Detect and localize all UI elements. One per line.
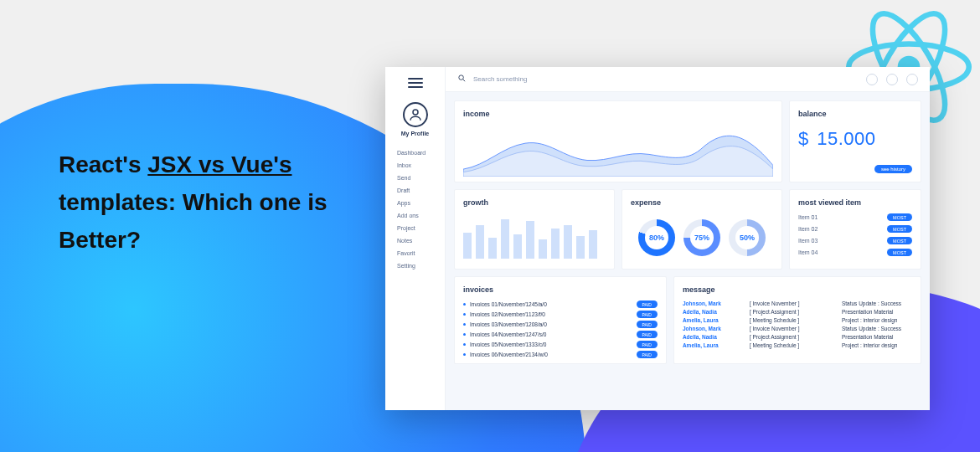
currency-symbol: $ (798, 128, 808, 150)
topbar-action-3[interactable] (906, 74, 918, 85)
expense-title: expense (631, 198, 773, 207)
main-area: Search something income balance (446, 67, 930, 410)
expense-donuts: 80%75%50% (631, 213, 773, 262)
sidebar-item-notes[interactable]: Notes (389, 234, 441, 247)
invoice-status-button[interactable]: PAID (637, 311, 658, 318)
message-row[interactable]: Adella, Nadia[ Project Assigment ]Presen… (683, 309, 912, 315)
sidebar-item-draft[interactable]: Draft (389, 184, 441, 197)
invoice-row[interactable]: Invoices 05/November/1333/c/0PAID (463, 341, 658, 348)
mvi-button[interactable]: MOST (887, 237, 912, 244)
mvi-label: Item 04 (798, 249, 818, 255)
invoice-status-button[interactable]: PAID (637, 341, 658, 348)
hamburger-icon[interactable] (408, 75, 423, 90)
message-sender: Johnson, Mark (683, 300, 741, 306)
sidebar-item-dashboard[interactable]: Dashboard (389, 146, 441, 159)
invoice-text: Invoices 03/November/1208/a/0 (470, 321, 547, 327)
avatar[interactable] (403, 102, 428, 127)
mvi-label: Item 02 (798, 226, 818, 232)
mvi-label: Item 01 (798, 214, 818, 220)
expense-card: expense 80%75%50% (622, 189, 782, 270)
invoice-text: Invoices 02/November/1123/f/0 (470, 311, 545, 317)
message-subject: [ Meeting Schedule ] (750, 317, 833, 323)
search-icon[interactable] (457, 74, 467, 85)
invoice-row[interactable]: Invoices 06/November/2134/w/0PAID (463, 351, 658, 358)
growth-bar (463, 233, 472, 259)
message-sender: Johnson, Mark (683, 326, 741, 331)
profile-label: My Profile (401, 131, 429, 136)
content: income balance $ 15.000 see history (446, 92, 930, 410)
topbar-action-1[interactable] (866, 74, 878, 85)
message-row[interactable]: Johnson, Mark[ Invoice November ]Status … (683, 326, 912, 331)
growth-bar (526, 221, 534, 259)
invoice-row[interactable]: Invoices 01/November/1245/a/0PAID (463, 300, 658, 308)
messages-title: message (683, 285, 912, 294)
invoice-text: Invoices 01/November/1245/a/0 (470, 301, 547, 307)
most-viewed-card: most viewed item Item 01MOSTItem 02MOSTI… (789, 189, 921, 270)
donut-value: 50% (735, 226, 759, 249)
growth-bar (476, 225, 484, 259)
mvi-row: Item 02MOST (798, 225, 912, 233)
invoice-status-button[interactable]: PAID (637, 351, 658, 358)
message-row[interactable]: Adella, Nadia[ Project Assigment ]Presen… (683, 334, 912, 340)
mvi-row: Item 04MOST (798, 249, 912, 256)
message-body: Status Update : Success (842, 326, 901, 331)
invoice-row[interactable]: Invoices 04/November/1247/s/0PAID (463, 331, 658, 338)
search-input[interactable]: Search something (473, 75, 859, 83)
invoice-status-button[interactable]: PAID (637, 300, 658, 308)
message-body: Project : interior design (842, 342, 897, 348)
expense-donut: 75% (683, 219, 720, 256)
growth-title: growth (463, 198, 606, 207)
mvi-button[interactable]: MOST (887, 249, 912, 256)
sidebar-item-add-ons[interactable]: Add ons (389, 209, 441, 222)
invoice-row[interactable]: Invoices 03/November/1208/a/0PAID (463, 321, 658, 328)
invoice-row[interactable]: Invoices 02/November/1123/f/0PAID (463, 311, 658, 318)
growth-bar (589, 230, 597, 259)
invoice-status-button[interactable]: PAID (637, 321, 658, 328)
sidebar-item-send[interactable]: Send (389, 172, 441, 184)
income-title: income (463, 110, 773, 118)
sidebar-item-setting[interactable]: Setting (389, 259, 441, 272)
message-subject: [ Invoice November ] (750, 300, 833, 306)
growth-bar (539, 239, 547, 259)
balance-title: balance (798, 110, 912, 118)
sidebar-item-apps[interactable]: Apps (389, 197, 441, 209)
sidebar: My Profile DashboardInboxSendDraftAppsAd… (385, 67, 446, 410)
invoice-text: Invoices 04/November/1247/s/0 (470, 331, 546, 337)
bullet-icon (463, 343, 466, 346)
balance-card: balance $ 15.000 see history (789, 100, 921, 182)
message-sender: Adella, Nadia (683, 309, 741, 315)
headline-part2: templates: Which one is Better? (59, 189, 328, 253)
growth-bar (488, 238, 497, 259)
income-card: income (454, 100, 782, 182)
message-subject: [ Project Assigment ] (750, 334, 833, 340)
mvi-row: Item 01MOST (798, 213, 912, 221)
sidebar-item-favorit[interactable]: Favorit (389, 247, 441, 259)
message-row[interactable]: Amelia, Laura[ Meeting Schedule ]Project… (683, 342, 912, 348)
sidebar-item-inbox[interactable]: Inbox (389, 159, 441, 172)
message-body: Presentation Material (842, 309, 893, 315)
nav-list: DashboardInboxSendDraftAppsAdd onsProjec… (389, 146, 441, 272)
message-body: Status Update : Success (842, 300, 901, 306)
message-body: Project : interior design (842, 317, 897, 323)
sidebar-item-project[interactable]: Project (389, 222, 441, 234)
message-subject: [ Project Assigment ] (750, 309, 833, 315)
invoice-status-button[interactable]: PAID (637, 331, 658, 338)
mvi-button[interactable]: MOST (887, 213, 912, 221)
message-sender: Amelia, Laura (683, 342, 741, 348)
growth-bar (501, 219, 509, 259)
topbar-action-2[interactable] (886, 74, 898, 85)
growth-bar (576, 236, 585, 259)
mvi-title: most viewed item (798, 198, 912, 207)
message-subject: [ Meeting Schedule ] (750, 342, 833, 348)
mvi-button[interactable]: MOST (887, 225, 912, 233)
income-chart (463, 125, 773, 177)
message-sender: Amelia, Laura (683, 317, 741, 323)
message-row[interactable]: Amelia, Laura[ Meeting Schedule ]Project… (683, 317, 912, 323)
bullet-icon (463, 333, 466, 336)
message-row[interactable]: Johnson, Mark[ Invoice November ]Status … (683, 300, 912, 306)
donut-value: 75% (690, 226, 714, 249)
see-history-button[interactable]: see history (874, 165, 912, 173)
messages-card: message Johnson, Mark[ Invoice November … (673, 276, 921, 364)
headline: React's JSX vs Vue's templates: Which on… (59, 146, 377, 259)
growth-bar (551, 229, 560, 259)
